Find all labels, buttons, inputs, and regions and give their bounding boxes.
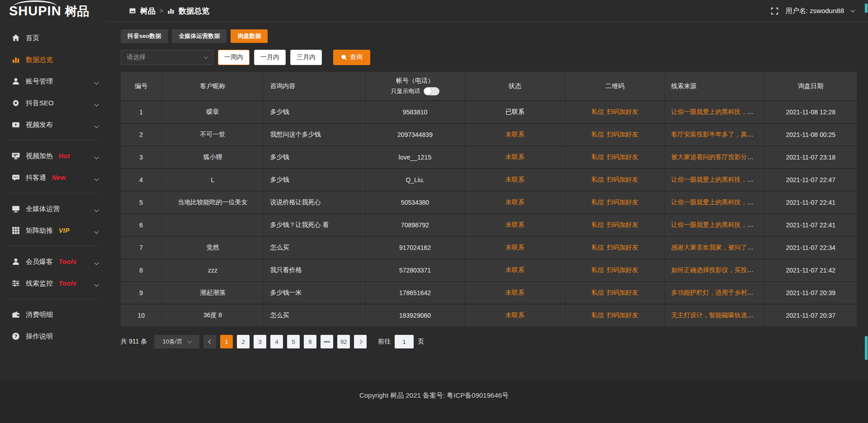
sidebar-item-member-burst[interactable]: 会员爆客Tools <box>0 251 106 273</box>
private-message-link[interactable]: 私信 <box>591 198 604 206</box>
cell-qrcode: 私信扫码加好友 <box>565 169 665 191</box>
scrollbar-track[interactable] <box>864 0 868 423</box>
range-week-button[interactable]: 一周内 <box>218 50 250 65</box>
page-button-5[interactable]: 5 <box>287 335 300 348</box>
scan-add-friend-link[interactable]: 扫码加好友 <box>607 311 638 319</box>
scan-add-friend-link[interactable]: 扫码加好友 <box>607 131 638 138</box>
private-message-link[interactable]: 私信 <box>591 221 604 228</box>
sidebar-item-operation-guide[interactable]: ?操作说明 <box>0 325 106 347</box>
badge-vip: VIP <box>59 227 70 234</box>
page-button-6[interactable]: 6 <box>304 335 316 348</box>
lead-source-link[interactable]: 多功能护栏灯，适用于乡村文... <box>671 289 759 296</box>
lead-source-link[interactable]: 无主灯设计，智能磁吸轨道灯... <box>671 311 759 319</box>
lead-source-link[interactable]: 让你一眼就爱上的黑科技，能... <box>671 176 759 183</box>
page-button-3[interactable]: 3 <box>254 335 266 348</box>
private-message-link[interactable]: 私信 <box>591 266 604 273</box>
tab-media-operation-data[interactable]: 全媒体运营数据 <box>172 29 226 43</box>
sidebar-item-video-heat[interactable]: 视频加热Hot <box>0 145 106 167</box>
page-button-1[interactable]: 1 <box>220 335 233 348</box>
range-month-button[interactable]: 一月内 <box>254 50 286 65</box>
scan-add-friend-link[interactable]: 扫码加好友 <box>607 153 638 160</box>
scan-add-friend-link[interactable]: 扫码加好友 <box>607 176 638 183</box>
sidebar-item-video-publish[interactable]: 视频发布 <box>0 114 106 136</box>
lead-source-link[interactable]: 被大家追着问的客厅投影分享... <box>671 153 759 160</box>
cell-content: 我想问这个多少钱 <box>264 123 365 146</box>
col-nickname: 客户昵称 <box>162 72 264 101</box>
cell-status: 未联系 <box>465 259 565 282</box>
logo-cjk-text: 树品 <box>65 5 90 18</box>
cell-nickname: zzz <box>162 259 264 282</box>
sidebar-divider <box>8 193 98 193</box>
private-message-link[interactable]: 私信 <box>591 131 604 138</box>
col-content: 咨询内容 <box>264 72 365 101</box>
scan-add-friend-link[interactable]: 扫码加好友 <box>607 221 638 228</box>
chevron-down-icon <box>95 280 98 287</box>
tab-douyin-seo-data[interactable]: 抖音seo数据 <box>121 29 168 43</box>
table-row: 2不可一世我想问这个多少钱2097344839未联系私信扫码加好友客厅安装投影半… <box>121 123 857 146</box>
lead-source-link[interactable]: 感谢大家喜欢我家，被问了好... <box>671 244 759 251</box>
private-message-link[interactable]: 私信 <box>591 289 604 296</box>
sidebar-item-label: 操作说明 <box>26 332 53 341</box>
account-select[interactable]: 请选择 <box>121 50 213 65</box>
user-icon <box>12 77 20 85</box>
private-message-link[interactable]: 私信 <box>591 311 604 319</box>
private-message-link[interactable]: 私信 <box>591 108 604 115</box>
cell-date: 2021-11-07 21:42 <box>764 259 857 282</box>
scan-add-friend-link[interactable]: 扫码加好友 <box>607 108 638 115</box>
cell-no: 9 <box>121 282 162 304</box>
lead-source-link[interactable]: 让你一眼就爱上的黑科技，能... <box>671 198 759 206</box>
sidebar-item-douyin-seo[interactable]: 抖音SEO <box>0 92 106 114</box>
breadcrumb-separator: > <box>160 7 163 14</box>
status-badge: 未联系 <box>505 289 524 296</box>
private-message-link[interactable]: 私信 <box>591 153 604 160</box>
sidebar-item-data-overview[interactable]: 数据总览 <box>0 49 106 70</box>
sidebar-item-doukotong[interactable]: 抖客通New <box>0 167 106 188</box>
lead-source-link[interactable]: 让你一眼就爱上的黑科技，能... <box>671 108 759 115</box>
sidebar-item-lead-monitor[interactable]: 线索监控Tools <box>0 273 106 294</box>
goto-page-input[interactable] <box>395 335 414 348</box>
phone-only-toggle[interactable] <box>424 87 439 95</box>
scan-add-friend-link[interactable]: 扫码加好友 <box>607 198 638 206</box>
lead-source-link[interactable]: 如何正确选择投影仪，买投影... <box>671 266 759 273</box>
cell-qrcode: 私信扫码加好友 <box>565 146 665 169</box>
next-page-button[interactable] <box>354 335 367 348</box>
username[interactable]: 用户名: zswodun88 <box>786 7 844 15</box>
chevron-down-icon[interactable] <box>851 8 855 13</box>
screen-icon <box>129 7 136 14</box>
scan-add-friend-link[interactable]: 扫码加好友 <box>607 266 638 273</box>
page-button-4[interactable]: 4 <box>270 335 283 348</box>
page-button-92[interactable]: 92 <box>337 335 350 348</box>
sidebar-item-label: 消费明细 <box>26 310 53 319</box>
scan-add-friend-link[interactable]: 扫码加好友 <box>607 289 638 296</box>
pager-ellipsis[interactable]: ••• <box>321 335 333 348</box>
cell-content: 多少钱 <box>264 101 365 123</box>
sidebar-item-account-manage[interactable]: 账号管理 <box>0 70 106 92</box>
lead-source-link[interactable]: 让你一眼就爱上的黑科技，能... <box>671 221 759 228</box>
scan-add-friend-link[interactable]: 扫码加好友 <box>607 244 638 251</box>
fullscreen-icon[interactable] <box>771 7 778 15</box>
breadcrumb-home[interactable]: 树品 <box>140 6 156 16</box>
prev-page-button[interactable] <box>203 335 216 348</box>
tab-inquiry-data[interactable]: 询盘数据 <box>231 29 268 43</box>
sidebar-item-matrix-boost[interactable]: 矩阵助推VIP <box>0 220 106 241</box>
lead-source-link[interactable]: 客厅安装投影半年多了，真实... <box>671 131 759 138</box>
sidebar-item-media-operation[interactable]: 全媒体运营 <box>0 198 106 220</box>
page-button-2[interactable]: 2 <box>237 335 250 348</box>
range-quarter-button[interactable]: 三月内 <box>290 50 322 65</box>
private-message-link[interactable]: 私信 <box>591 176 604 183</box>
page-size-select[interactable]: 10条/页 <box>154 335 199 348</box>
cell-account: 50534380 <box>365 191 465 214</box>
cell-source: 让你一眼就爱上的黑科技，能... <box>665 169 764 191</box>
sidebar-item-consume-detail[interactable]: 消费明细 <box>0 304 106 325</box>
cell-source: 让你一眼就爱上的黑科技，能... <box>665 191 764 214</box>
status-badge: 未联系 <box>505 198 524 206</box>
scrollbar-mark <box>865 336 868 360</box>
private-message-link[interactable]: 私信 <box>591 244 604 251</box>
search-button[interactable]: 查询 <box>333 50 370 65</box>
cell-account: Q_Liu. <box>365 169 465 191</box>
cell-source: 感谢大家喜欢我家，被问了好... <box>665 236 764 259</box>
page-buttons: 123456•••92 <box>220 335 350 348</box>
cell-nickname: 觉然 <box>162 236 264 259</box>
scrollbar-thumb[interactable] <box>865 4 868 13</box>
sidebar-item-home[interactable]: 首页 <box>0 27 106 49</box>
